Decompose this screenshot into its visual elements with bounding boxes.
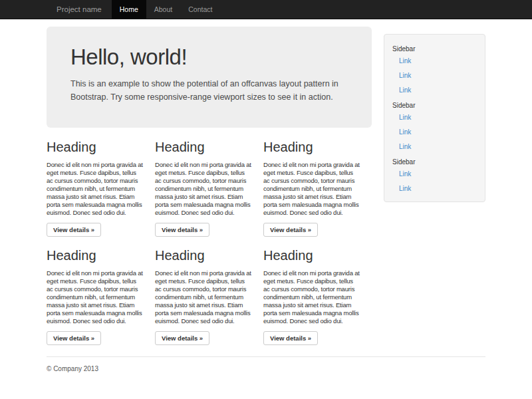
sidebar-column: Sidebar Link Link Link Sidebar Link Link… <box>384 27 485 345</box>
content-card: Heading Donec id elit non mi porta gravi… <box>263 248 372 345</box>
sidebar-link[interactable]: Link <box>392 167 477 182</box>
copyright-text: © Company 2013 <box>47 365 485 372</box>
nav-item-about[interactable]: About <box>146 0 180 19</box>
sidebar-link[interactable]: Link <box>392 68 477 83</box>
sidebar-group-heading: Sidebar <box>392 101 477 110</box>
card-heading: Heading <box>155 140 252 155</box>
nav-item-home[interactable]: Home <box>112 0 146 19</box>
main-row: Hello, world! This is an example to show… <box>47 27 485 345</box>
card-body: Donec id elit non mi porta gravida at eg… <box>47 161 144 217</box>
content-card: Heading Donec id elit non mi porta gravi… <box>47 248 155 345</box>
navbar: Project name Home About Contact <box>0 0 532 19</box>
sidebar-group: Sidebar Link Link <box>392 158 477 196</box>
view-details-button[interactable]: View details » <box>155 223 209 237</box>
sidebar-link[interactable]: Link <box>392 54 477 68</box>
sidebar-link[interactable]: Link <box>392 110 477 125</box>
sidebar-group: Sidebar Link Link Link <box>392 45 477 98</box>
sidebar-link[interactable]: Link <box>392 83 477 98</box>
sidebar-link[interactable]: Link <box>392 182 477 196</box>
page-title: Hello, world! <box>70 45 348 70</box>
jumbotron-description: This is an example to show the potential… <box>70 77 348 104</box>
sidebar-group-heading: Sidebar <box>392 158 477 166</box>
card-heading: Heading <box>263 140 360 155</box>
card-heading: Heading <box>155 248 252 263</box>
sidebar-group: Sidebar Link Link Link <box>392 101 477 154</box>
sidebar-link[interactable]: Link <box>392 140 477 154</box>
view-details-button[interactable]: View details » <box>263 331 318 345</box>
content-card: Heading Donec id elit non mi porta gravi… <box>155 248 263 345</box>
navbar-nav: Home About Contact <box>112 0 221 19</box>
footer-divider <box>47 356 485 357</box>
card-body: Donec id elit non mi porta gravida at eg… <box>263 269 360 325</box>
view-details-button[interactable]: View details » <box>47 331 101 345</box>
card-heading: Heading <box>47 140 144 155</box>
content-card: Heading Donec id elit non mi porta gravi… <box>263 140 372 237</box>
sidebar: Sidebar Link Link Link Sidebar Link Link… <box>384 34 485 202</box>
navbar-inner: Project name Home About Contact <box>47 0 485 19</box>
footer: © Company 2013 <box>47 356 485 372</box>
jumbotron: Hello, world! This is an example to show… <box>47 27 372 128</box>
cards-row-2: Heading Donec id elit non mi porta gravi… <box>47 248 372 345</box>
sidebar-link[interactable]: Link <box>392 125 477 140</box>
main-content-column: Hello, world! This is an example to show… <box>47 27 384 345</box>
view-details-button[interactable]: View details » <box>47 223 101 237</box>
page-container: Hello, world! This is an example to show… <box>47 27 485 372</box>
card-body: Donec id elit non mi porta gravida at eg… <box>155 269 252 325</box>
card-heading: Heading <box>263 248 360 263</box>
card-heading: Heading <box>47 248 144 263</box>
nav-item-contact[interactable]: Contact <box>180 0 220 19</box>
card-body: Donec id elit non mi porta gravida at eg… <box>155 161 252 217</box>
card-body: Donec id elit non mi porta gravida at eg… <box>47 269 144 325</box>
cards-row-1: Heading Donec id elit non mi porta gravi… <box>47 140 372 237</box>
content-card: Heading Donec id elit non mi porta gravi… <box>47 140 155 237</box>
view-details-button[interactable]: View details » <box>263 223 318 237</box>
card-body: Donec id elit non mi porta gravida at eg… <box>263 161 360 217</box>
view-details-button[interactable]: View details » <box>155 331 209 345</box>
navbar-brand[interactable]: Project name <box>47 0 112 19</box>
sidebar-group-heading: Sidebar <box>392 45 477 53</box>
content-card: Heading Donec id elit non mi porta gravi… <box>155 140 263 237</box>
